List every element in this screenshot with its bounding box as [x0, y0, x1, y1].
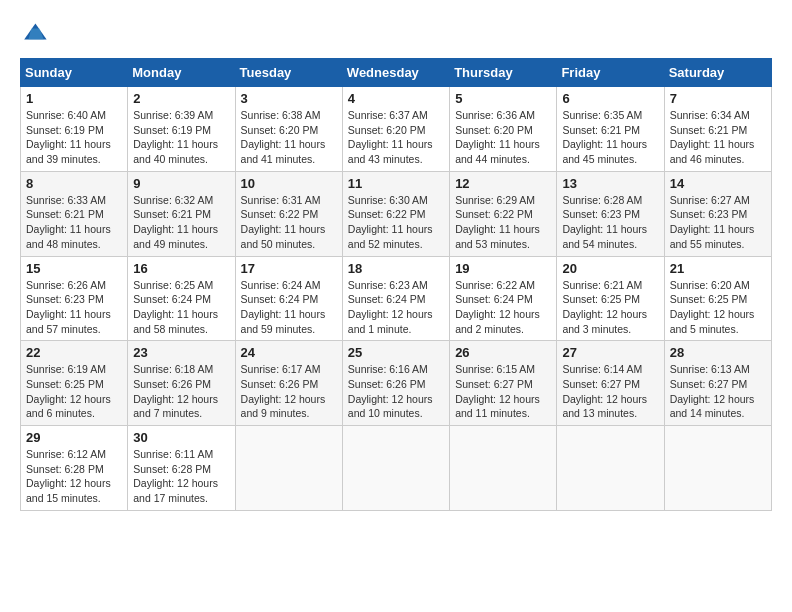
day-number: 16	[133, 261, 229, 276]
calendar-cell: 1 Sunrise: 6:40 AMSunset: 6:19 PMDayligh…	[21, 87, 128, 172]
calendar-cell: 17 Sunrise: 6:24 AMSunset: 6:24 PMDaylig…	[235, 256, 342, 341]
day-info: Sunrise: 6:34 AMSunset: 6:21 PMDaylight:…	[670, 108, 766, 167]
calendar-table: SundayMondayTuesdayWednesdayThursdayFrid…	[20, 58, 772, 511]
calendar-cell: 16 Sunrise: 6:25 AMSunset: 6:24 PMDaylig…	[128, 256, 235, 341]
calendar-cell: 21 Sunrise: 6:20 AMSunset: 6:25 PMDaylig…	[664, 256, 771, 341]
day-info: Sunrise: 6:40 AMSunset: 6:19 PMDaylight:…	[26, 108, 122, 167]
calendar-cell: 6 Sunrise: 6:35 AMSunset: 6:21 PMDayligh…	[557, 87, 664, 172]
calendar-week-row: 29 Sunrise: 6:12 AMSunset: 6:28 PMDaylig…	[21, 426, 772, 511]
day-info: Sunrise: 6:21 AMSunset: 6:25 PMDaylight:…	[562, 278, 658, 337]
day-info: Sunrise: 6:37 AMSunset: 6:20 PMDaylight:…	[348, 108, 444, 167]
day-info: Sunrise: 6:35 AMSunset: 6:21 PMDaylight:…	[562, 108, 658, 167]
calendar-week-row: 1 Sunrise: 6:40 AMSunset: 6:19 PMDayligh…	[21, 87, 772, 172]
calendar-cell: 30 Sunrise: 6:11 AMSunset: 6:28 PMDaylig…	[128, 426, 235, 511]
weekday-header: Friday	[557, 59, 664, 87]
day-info: Sunrise: 6:17 AMSunset: 6:26 PMDaylight:…	[241, 362, 337, 421]
calendar-cell: 29 Sunrise: 6:12 AMSunset: 6:28 PMDaylig…	[21, 426, 128, 511]
day-info: Sunrise: 6:29 AMSunset: 6:22 PMDaylight:…	[455, 193, 551, 252]
day-number: 17	[241, 261, 337, 276]
day-number: 6	[562, 91, 658, 106]
day-number: 9	[133, 176, 229, 191]
calendar-cell: 20 Sunrise: 6:21 AMSunset: 6:25 PMDaylig…	[557, 256, 664, 341]
calendar-cell: 5 Sunrise: 6:36 AMSunset: 6:20 PMDayligh…	[450, 87, 557, 172]
calendar-cell: 12 Sunrise: 6:29 AMSunset: 6:22 PMDaylig…	[450, 171, 557, 256]
calendar-body: 1 Sunrise: 6:40 AMSunset: 6:19 PMDayligh…	[21, 87, 772, 511]
weekday-header-row: SundayMondayTuesdayWednesdayThursdayFrid…	[21, 59, 772, 87]
calendar-cell: 27 Sunrise: 6:14 AMSunset: 6:27 PMDaylig…	[557, 341, 664, 426]
calendar-week-row: 15 Sunrise: 6:26 AMSunset: 6:23 PMDaylig…	[21, 256, 772, 341]
calendar-cell: 14 Sunrise: 6:27 AMSunset: 6:23 PMDaylig…	[664, 171, 771, 256]
day-number: 29	[26, 430, 122, 445]
day-number: 13	[562, 176, 658, 191]
day-number: 23	[133, 345, 229, 360]
calendar-cell: 10 Sunrise: 6:31 AMSunset: 6:22 PMDaylig…	[235, 171, 342, 256]
day-info: Sunrise: 6:38 AMSunset: 6:20 PMDaylight:…	[241, 108, 337, 167]
day-info: Sunrise: 6:11 AMSunset: 6:28 PMDaylight:…	[133, 447, 229, 506]
calendar-cell: 25 Sunrise: 6:16 AMSunset: 6:26 PMDaylig…	[342, 341, 449, 426]
calendar-week-row: 8 Sunrise: 6:33 AMSunset: 6:21 PMDayligh…	[21, 171, 772, 256]
page-header	[20, 20, 772, 48]
day-number: 8	[26, 176, 122, 191]
day-info: Sunrise: 6:31 AMSunset: 6:22 PMDaylight:…	[241, 193, 337, 252]
day-info: Sunrise: 6:26 AMSunset: 6:23 PMDaylight:…	[26, 278, 122, 337]
calendar-cell: 4 Sunrise: 6:37 AMSunset: 6:20 PMDayligh…	[342, 87, 449, 172]
day-number: 12	[455, 176, 551, 191]
day-number: 28	[670, 345, 766, 360]
day-number: 10	[241, 176, 337, 191]
calendar-cell	[664, 426, 771, 511]
day-number: 3	[241, 91, 337, 106]
day-number: 2	[133, 91, 229, 106]
day-info: Sunrise: 6:23 AMSunset: 6:24 PMDaylight:…	[348, 278, 444, 337]
day-info: Sunrise: 6:36 AMSunset: 6:20 PMDaylight:…	[455, 108, 551, 167]
calendar-cell: 11 Sunrise: 6:30 AMSunset: 6:22 PMDaylig…	[342, 171, 449, 256]
logo	[20, 20, 52, 48]
weekday-header: Monday	[128, 59, 235, 87]
weekday-header: Tuesday	[235, 59, 342, 87]
calendar-cell: 22 Sunrise: 6:19 AMSunset: 6:25 PMDaylig…	[21, 341, 128, 426]
calendar-cell	[557, 426, 664, 511]
calendar-cell	[235, 426, 342, 511]
calendar-cell: 19 Sunrise: 6:22 AMSunset: 6:24 PMDaylig…	[450, 256, 557, 341]
day-info: Sunrise: 6:25 AMSunset: 6:24 PMDaylight:…	[133, 278, 229, 337]
calendar-cell: 23 Sunrise: 6:18 AMSunset: 6:26 PMDaylig…	[128, 341, 235, 426]
day-number: 21	[670, 261, 766, 276]
calendar-cell: 7 Sunrise: 6:34 AMSunset: 6:21 PMDayligh…	[664, 87, 771, 172]
calendar-cell: 28 Sunrise: 6:13 AMSunset: 6:27 PMDaylig…	[664, 341, 771, 426]
day-number: 22	[26, 345, 122, 360]
day-number: 1	[26, 91, 122, 106]
calendar-cell: 13 Sunrise: 6:28 AMSunset: 6:23 PMDaylig…	[557, 171, 664, 256]
weekday-header: Saturday	[664, 59, 771, 87]
day-info: Sunrise: 6:15 AMSunset: 6:27 PMDaylight:…	[455, 362, 551, 421]
day-number: 15	[26, 261, 122, 276]
calendar-cell: 15 Sunrise: 6:26 AMSunset: 6:23 PMDaylig…	[21, 256, 128, 341]
day-info: Sunrise: 6:22 AMSunset: 6:24 PMDaylight:…	[455, 278, 551, 337]
calendar-cell: 24 Sunrise: 6:17 AMSunset: 6:26 PMDaylig…	[235, 341, 342, 426]
calendar-cell	[342, 426, 449, 511]
calendar-cell: 9 Sunrise: 6:32 AMSunset: 6:21 PMDayligh…	[128, 171, 235, 256]
calendar-cell	[450, 426, 557, 511]
day-number: 30	[133, 430, 229, 445]
weekday-header: Sunday	[21, 59, 128, 87]
day-info: Sunrise: 6:27 AMSunset: 6:23 PMDaylight:…	[670, 193, 766, 252]
day-info: Sunrise: 6:32 AMSunset: 6:21 PMDaylight:…	[133, 193, 229, 252]
day-info: Sunrise: 6:16 AMSunset: 6:26 PMDaylight:…	[348, 362, 444, 421]
day-number: 24	[241, 345, 337, 360]
day-info: Sunrise: 6:20 AMSunset: 6:25 PMDaylight:…	[670, 278, 766, 337]
day-number: 4	[348, 91, 444, 106]
day-info: Sunrise: 6:30 AMSunset: 6:22 PMDaylight:…	[348, 193, 444, 252]
calendar-cell: 26 Sunrise: 6:15 AMSunset: 6:27 PMDaylig…	[450, 341, 557, 426]
day-info: Sunrise: 6:12 AMSunset: 6:28 PMDaylight:…	[26, 447, 122, 506]
day-number: 27	[562, 345, 658, 360]
day-number: 20	[562, 261, 658, 276]
calendar-cell: 3 Sunrise: 6:38 AMSunset: 6:20 PMDayligh…	[235, 87, 342, 172]
day-number: 18	[348, 261, 444, 276]
day-number: 14	[670, 176, 766, 191]
day-info: Sunrise: 6:19 AMSunset: 6:25 PMDaylight:…	[26, 362, 122, 421]
day-number: 19	[455, 261, 551, 276]
day-info: Sunrise: 6:18 AMSunset: 6:26 PMDaylight:…	[133, 362, 229, 421]
day-info: Sunrise: 6:24 AMSunset: 6:24 PMDaylight:…	[241, 278, 337, 337]
day-number: 5	[455, 91, 551, 106]
logo-icon	[20, 20, 48, 48]
day-info: Sunrise: 6:13 AMSunset: 6:27 PMDaylight:…	[670, 362, 766, 421]
day-number: 25	[348, 345, 444, 360]
